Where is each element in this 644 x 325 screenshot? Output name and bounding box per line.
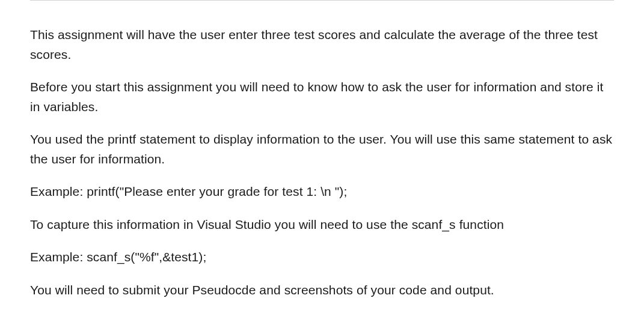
- horizontal-rule: [30, 0, 614, 1]
- paragraph-submit: You will need to submit your Pseudocde a…: [30, 281, 614, 300]
- paragraph-printf: You used the printf statement to display…: [30, 130, 614, 169]
- paragraph-example-scanf: Example: scanf_s("%f",&test1);: [30, 248, 614, 267]
- paragraph-intro: This assignment will have the user enter…: [30, 25, 614, 64]
- paragraph-prereq: Before you start this assignment you wil…: [30, 77, 614, 117]
- document-body: This assignment will have the user enter…: [30, 25, 614, 300]
- paragraph-example-printf: Example: printf("Please enter your grade…: [30, 182, 614, 202]
- paragraph-scanf: To capture this information in Visual St…: [30, 215, 614, 235]
